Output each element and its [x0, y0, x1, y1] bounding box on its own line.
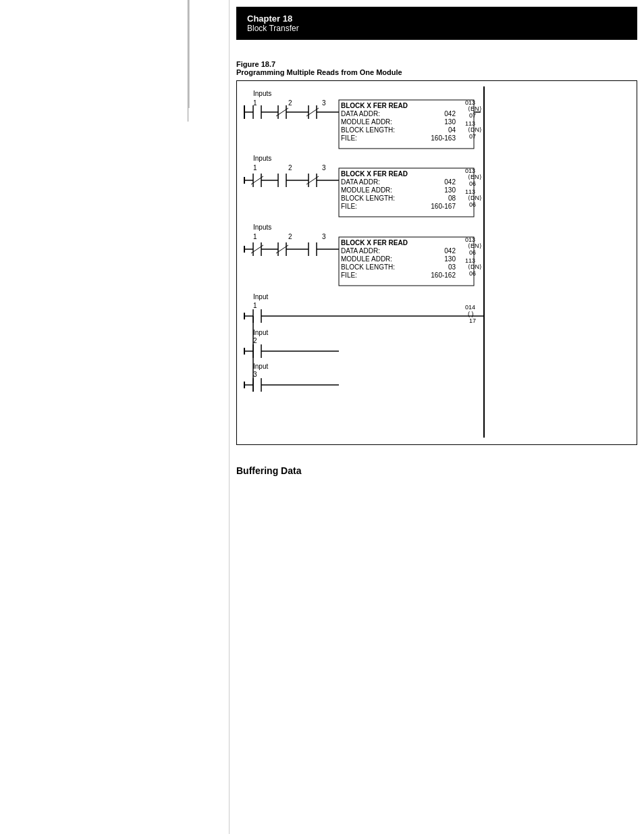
- svg-text:BLOCK X FER READ: BLOCK X FER READ: [341, 102, 408, 109]
- svg-text:06: 06: [469, 201, 476, 208]
- svg-text:06: 06: [469, 249, 476, 256]
- svg-text:014: 014: [465, 304, 475, 311]
- svg-text:2: 2: [288, 99, 292, 107]
- svg-text:3: 3: [253, 371, 257, 378]
- svg-text:DATA ADDR:: DATA ADDR:: [341, 247, 380, 255]
- svg-text:⟨DN⟩: ⟨DN⟩: [468, 194, 482, 201]
- svg-text:BLOCK X FER READ: BLOCK X FER READ: [341, 239, 408, 246]
- svg-text:DATA ADDR:: DATA ADDR:: [341, 178, 380, 186]
- svg-text:160-163: 160-163: [431, 134, 456, 142]
- rung1-inputs-label: Inputs: [253, 90, 271, 97]
- svg-text:03: 03: [448, 263, 456, 271]
- figure-number: Figure 18.7: [236, 60, 275, 68]
- svg-text:⟨EN⟩: ⟨EN⟩: [468, 174, 482, 180]
- svg-text:07: 07: [469, 112, 476, 119]
- svg-text:2: 2: [288, 233, 292, 240]
- svg-text:130: 130: [444, 186, 456, 194]
- figure-area: Figure 18.7 Programming Multiple Reads f…: [236, 60, 637, 445]
- rung2-inputs-label: Inputs: [253, 155, 271, 162]
- buffering-title: Buffering Data: [236, 465, 301, 476]
- rung3-inputs-label: Inputs: [253, 224, 271, 231]
- svg-text:04: 04: [448, 126, 456, 134]
- margin-lines: [0, 0, 230, 135]
- svg-text:130: 130: [444, 255, 456, 263]
- left-margin: [0, 0, 230, 834]
- svg-text:06: 06: [469, 270, 476, 277]
- svg-text:⟨EN⟩: ⟨EN⟩: [468, 105, 482, 112]
- svg-text:130: 130: [444, 118, 456, 126]
- svg-text:MODULE ADDR:: MODULE ADDR:: [341, 118, 392, 126]
- svg-text:1: 1: [253, 302, 257, 309]
- svg-text:3: 3: [322, 99, 326, 107]
- svg-text:BLOCK LENGTH:: BLOCK LENGTH:: [341, 263, 395, 271]
- chapter-title: Block Transfer: [247, 24, 626, 33]
- svg-text:Input: Input: [253, 363, 268, 370]
- svg-text:DATA ADDR:: DATA ADDR:: [341, 110, 380, 118]
- svg-text:BLOCK LENGTH:: BLOCK LENGTH:: [341, 126, 395, 134]
- svg-text:Input: Input: [253, 293, 268, 301]
- svg-text:160-162: 160-162: [431, 271, 456, 279]
- svg-text:BLOCK LENGTH:: BLOCK LENGTH:: [341, 194, 395, 202]
- svg-text:Input: Input: [253, 329, 268, 336]
- right-content: Chapter 18 Block Transfer Figure 18.7 Pr…: [230, 0, 644, 834]
- svg-text:06: 06: [469, 180, 476, 187]
- ladder-svg: Inputs 1 2 3: [241, 86, 626, 438]
- svg-text:17: 17: [469, 317, 476, 324]
- svg-text:1: 1: [253, 99, 257, 107]
- svg-text:08: 08: [448, 194, 456, 202]
- ladder-diagram: Inputs 1 2 3: [236, 80, 637, 445]
- svg-text:⟨EN⟩: ⟨EN⟩: [468, 242, 482, 249]
- svg-text:3: 3: [322, 233, 326, 240]
- svg-text:2: 2: [288, 164, 292, 172]
- svg-text:042: 042: [444, 110, 456, 118]
- svg-text:07: 07: [469, 133, 476, 140]
- chapter-header: Chapter 18 Block Transfer: [236, 7, 637, 40]
- svg-text:160-167: 160-167: [431, 203, 456, 210]
- svg-text:FILE:: FILE:: [341, 134, 357, 142]
- svg-text:MODULE ADDR:: MODULE ADDR:: [341, 186, 392, 194]
- svg-text:BLOCK X FER READ: BLOCK X FER READ: [341, 170, 408, 178]
- buffering-section: Buffering Data: [230, 465, 644, 476]
- svg-text:042: 042: [444, 178, 456, 186]
- svg-text:⟨DN⟩: ⟨DN⟩: [468, 126, 482, 133]
- figure-title: Programming Multiple Reads from One Modu…: [236, 68, 402, 76]
- svg-text:1: 1: [253, 164, 257, 172]
- page-layout: Chapter 18 Block Transfer Figure 18.7 Pr…: [0, 0, 644, 834]
- chapter-number: Chapter 18: [247, 14, 626, 24]
- svg-text:FILE:: FILE:: [341, 271, 357, 279]
- svg-text:3: 3: [322, 164, 326, 172]
- svg-text:042: 042: [444, 247, 456, 255]
- figure-caption: Figure 18.7 Programming Multiple Reads f…: [236, 60, 637, 76]
- svg-text:⟨DN⟩: ⟨DN⟩: [468, 263, 482, 270]
- svg-text:FILE:: FILE:: [341, 203, 357, 210]
- svg-text:1: 1: [253, 233, 257, 240]
- svg-text:MODULE ADDR:: MODULE ADDR:: [341, 255, 392, 263]
- svg-text:2: 2: [253, 337, 257, 344]
